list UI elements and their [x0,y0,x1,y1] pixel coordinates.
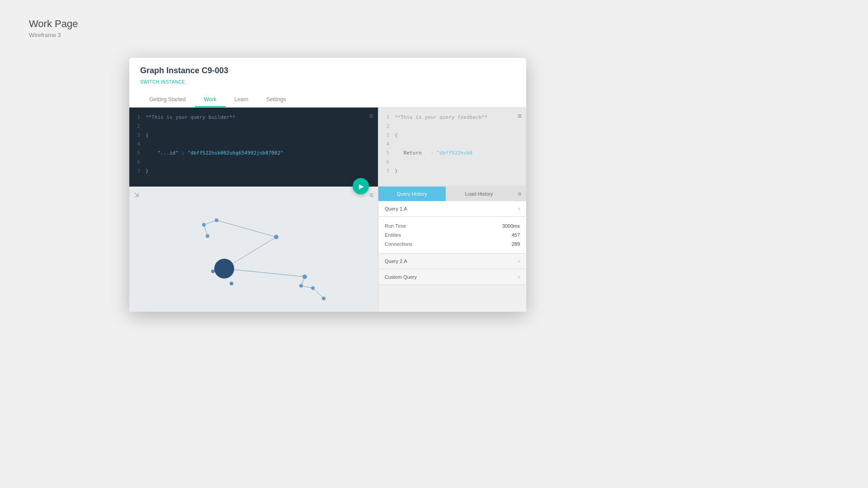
code-line-4 [146,140,373,149]
graph-node[interactable] [311,286,315,290]
graph-node[interactable] [322,297,326,300]
graph-node[interactable] [274,235,278,239]
detail-value-entities: 457 [512,232,520,238]
graph-node[interactable] [206,235,209,238]
editor-lines: 1234567 **This is your query builder** {… [135,113,373,176]
browser-window: Graph Instance C9-003 SWITCH INSTANCE Ge… [129,58,526,312]
code-line-7: } [146,167,373,176]
return-sep [425,150,428,156]
feedback-line-3: { [395,131,487,140]
history-tab-bar: Query History Load History ≡ [378,187,526,201]
feedback-line-1: **This is your query feedback** [395,113,487,122]
instance-name: Graph Instance C9-003 [140,66,515,75]
code-line-1: **This is your query builder** [146,113,373,122]
code-line-3: { [146,131,373,140]
load-history-tab[interactable]: Load History [446,187,513,201]
app-container: Graph Instance C9-003 SWITCH INSTANCE Ge… [129,58,526,312]
feedback-line-5: Return : "dbff522hsb0 [395,149,487,158]
chevron-right-icon-2a: › [518,258,520,264]
return-label: Return [395,150,422,156]
chevron-left-icon: ‹ [518,206,520,212]
line-numbers: 1234567 [135,113,140,176]
edge [224,269,305,277]
play-icon: ▶ [359,183,364,190]
detail-label-entities: Entities [385,232,401,238]
graph-node[interactable] [202,223,206,227]
code-line-5: "...id" : "dbff522hsb002uhg654992jsb8700… [146,149,373,158]
code-line-2 [146,122,373,131]
nav-tabs: Getting Started Work Learn Settings [140,93,515,107]
graph-node-large[interactable] [214,259,234,279]
history-panel: Query History Load History ≡ Query 1.A ‹… [378,187,526,312]
expand-icon[interactable]: ⇲ [134,191,139,198]
history-item-label-2a: Query 2.A [385,258,407,264]
history-item-custom-query[interactable]: Custom Query › [378,269,526,285]
detail-run-time: Run Time 3000ms [385,221,520,230]
query-history-tab[interactable]: Query History [378,187,446,201]
feedback-code: **This is your query feedback** { Return… [395,113,487,176]
detail-connections: Connections 289 [385,239,520,249]
feedback-lines: 1234567 **This is your query feedback** … [384,113,521,176]
detail-entities: Entities 457 [385,230,520,239]
graph-node[interactable] [299,284,303,288]
feedback-line-4 [395,140,487,149]
graph-node[interactable] [230,282,233,286]
graph-node[interactable] [302,275,307,279]
page-title: Work Page [29,18,78,30]
tab-getting-started[interactable]: Getting Started [140,93,195,107]
code-val: "dbff522hsb002uhg654992jsb87002" [188,150,283,156]
feedback-line-numbers: 1234567 [384,113,389,176]
edge [217,221,276,237]
code-editor[interactable]: ≡ 1234567 **This is your query builder**… [129,108,378,187]
query-feedback: ≡ 1234567 **This is your query feedback*… [378,108,526,187]
editor-code: **This is your query builder** { "...id"… [146,113,373,176]
page-title-area: Work Page Wireframe 3 [29,18,78,38]
history-item-label: Query 1.A [385,206,407,211]
return-value: : "dbff522hsb0 [430,150,472,156]
tab-settings[interactable]: Settings [257,93,295,107]
edge [313,288,324,299]
left-panel: ≡ 1234567 **This is your query builder**… [129,108,378,312]
history-item-label-custom: Custom Query [385,274,417,280]
graph-node[interactable] [215,219,218,222]
graph-area: ⇲ ≡ [129,187,378,312]
history-item-query-1a[interactable]: Query 1.A ‹ [378,201,526,217]
tab-work[interactable]: Work [195,93,226,107]
history-item-query-2a[interactable]: Query 2.A › [378,253,526,269]
feedback-line-2 [395,122,487,131]
history-menu-icon[interactable]: ≡ [513,187,526,201]
run-button[interactable]: ▶ [353,178,369,194]
right-panel: ≡ 1234567 **This is your query feedback*… [378,108,526,312]
app-header: Graph Instance C9-003 SWITCH INSTANCE Ge… [129,58,526,108]
code-sep: : [181,150,187,156]
page-subtitle: Wireframe 3 [29,32,78,38]
editor-menu-icon[interactable]: ≡ [369,112,373,120]
code-key: "...id" [146,150,179,156]
detail-value-connections: 289 [512,241,520,247]
switch-instance-link[interactable]: SWITCH INSTANCE [140,80,185,84]
feedback-menu-icon[interactable]: ≡ [518,112,522,120]
feedback-line-7: } [395,167,487,176]
graph-svg [129,187,378,312]
graph-menu-icon[interactable]: ≡ [369,191,373,199]
history-details-query-1a: Run Time 3000ms Entities 457 Connections… [378,217,526,253]
graph-node[interactable] [211,270,215,273]
chevron-right-icon-custom: › [518,274,520,280]
detail-value-run-time: 3000ms [502,223,520,229]
detail-label-connections: Connections [385,241,412,247]
code-line-6 [146,158,373,167]
detail-label-run-time: Run Time [385,223,406,229]
main-content: ≡ 1234567 **This is your query builder**… [129,108,526,312]
edge [204,221,217,225]
tab-learn[interactable]: Learn [226,93,258,107]
feedback-line-6 [395,158,487,167]
